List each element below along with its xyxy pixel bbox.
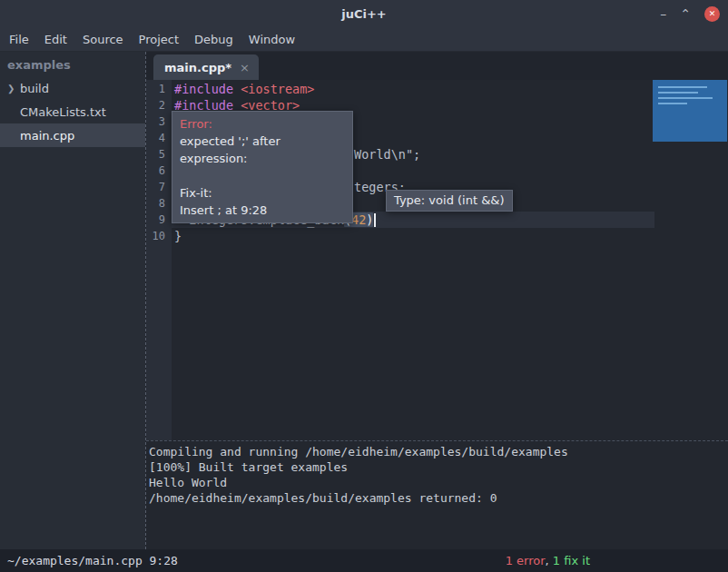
code-text: }	[172, 228, 182, 244]
line-number: 7	[146, 179, 172, 195]
terminal-line: [100%] Built target examples	[149, 459, 728, 475]
code-segment: #include	[174, 82, 233, 96]
line-number: 5	[146, 146, 172, 163]
code-segment	[233, 82, 241, 96]
window-title: juCi++	[341, 7, 387, 21]
tree-item-main-cpp[interactable]: main.cpp	[0, 123, 145, 147]
line-number: 9	[146, 212, 172, 228]
line-number: 1	[146, 81, 172, 97]
terminal-output[interactable]: Compiling and running /home/eidheim/exam…	[146, 440, 728, 549]
main-area: examples ❯buildCMakeLists.txtmain.cpp ma…	[0, 52, 728, 549]
file-explorer: examples ❯buildCMakeLists.txtmain.cpp	[0, 52, 145, 549]
tooltip-fixit-title: Fix-it:	[180, 184, 345, 202]
line-number: 8	[146, 195, 172, 212]
close-button[interactable]: ✕	[704, 6, 720, 22]
code-segment: )	[366, 212, 373, 227]
tooltip-error-title: Error:	[180, 115, 345, 133]
code-editor[interactable]: 1#include <iostream>2#include <vector>34…	[146, 80, 728, 440]
window-controls: – ⌃ ✕	[660, 0, 720, 27]
minimap-code-line	[658, 97, 713, 99]
editor-line-10[interactable]: 10}	[146, 228, 728, 244]
diagnostic-tooltip: Error: expected ';' after expression: Fi…	[172, 111, 353, 223]
minimap-code-line	[658, 103, 687, 104]
menu-item-edit[interactable]: Edit	[44, 33, 67, 46]
code-segment: World\n";	[354, 147, 420, 162]
editor-line-1[interactable]: 1#include <iostream>	[146, 81, 728, 97]
code-text: #include <iostream>	[172, 81, 314, 97]
tab-bar: main.cpp*×	[146, 52, 728, 80]
editor-pane: main.cpp*× 1#include <iostream>2#include…	[145, 52, 728, 549]
line-number: 3	[146, 113, 172, 130]
menu-item-source[interactable]: Source	[83, 33, 123, 46]
diagnostics-summary: 1 error, 1 fix it	[506, 549, 590, 572]
menu-item-window[interactable]: Window	[249, 33, 295, 46]
tooltip-error-message: expected ';' after expression:	[180, 133, 345, 167]
minimize-button[interactable]: –	[660, 6, 666, 22]
minimap-overview[interactable]	[653, 80, 727, 142]
tab-close-icon[interactable]: ×	[240, 61, 250, 74]
terminal-line: Hello World	[149, 475, 728, 490]
code-segment: }	[174, 229, 182, 243]
code-segment: 42	[351, 212, 366, 227]
status-bar: ~/examples/main.cpp 9:28 1 error, 1 fix …	[0, 549, 728, 572]
project-root-label: examples	[0, 52, 145, 76]
type-tooltip: Type: void (int &&)	[386, 190, 513, 212]
error-count: 1 error	[506, 554, 546, 567]
tab-label: main.cpp*	[164, 61, 231, 74]
minimap-code-line	[658, 86, 707, 88]
expander-icon[interactable]: ❯	[7, 84, 20, 94]
app-window: juCi++ – ⌃ ✕ FileEditSourceProjectDebugW…	[0, 0, 728, 572]
diagnostics-separator: ,	[546, 554, 553, 567]
file-name: CMakeLists.txt	[20, 105, 106, 119]
terminal-line: Compiling and running /home/eidheim/exam…	[149, 444, 728, 459]
menu-item-file[interactable]: File	[9, 33, 29, 46]
file-tree: ❯buildCMakeLists.txtmain.cpp	[0, 76, 145, 147]
cursor-location: ~/examples/main.cpp 9:28	[7, 554, 178, 567]
line-number: 4	[146, 130, 172, 146]
minimap-code-line	[658, 92, 698, 94]
fixit-count: 1 fix it	[553, 554, 590, 567]
line-number: 10	[146, 228, 172, 244]
menu-item-project[interactable]: Project	[139, 33, 179, 46]
tree-item-build[interactable]: ❯build	[0, 76, 145, 100]
titlebar[interactable]: juCi++ – ⌃ ✕	[0, 0, 728, 27]
code-segment: <iostream>	[241, 82, 314, 96]
terminal-line: /home/eidheim/examples/build/examples re…	[149, 490, 728, 506]
tooltip-spacer	[180, 167, 345, 184]
menubar: FileEditSourceProjectDebugWindow	[0, 27, 728, 52]
text-cursor	[374, 213, 376, 227]
tree-item-cmakelists-txt[interactable]: CMakeLists.txt	[0, 100, 145, 123]
line-number: 6	[146, 163, 172, 179]
tab-main-cpp[interactable]: main.cpp*×	[153, 54, 259, 80]
maximize-button[interactable]: ⌃	[680, 6, 691, 22]
type-tooltip-text: Type: void (int &&)	[394, 193, 505, 207]
file-name: build	[20, 82, 49, 95]
menu-item-debug[interactable]: Debug	[194, 33, 233, 46]
file-name: main.cpp	[20, 129, 74, 143]
line-number: 2	[146, 97, 172, 113]
tooltip-fixit-text: Insert ; at 9:28	[180, 202, 345, 219]
